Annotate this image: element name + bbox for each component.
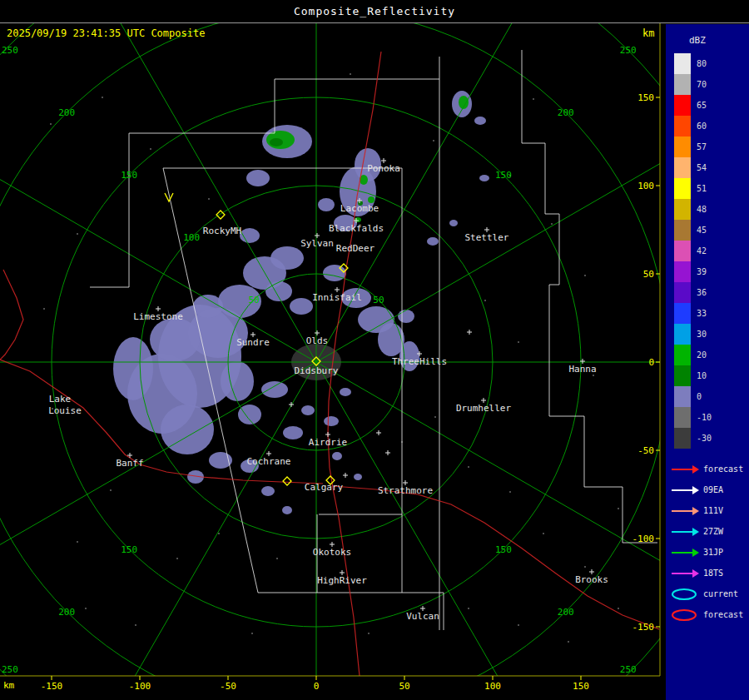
ellipse-outline [672, 589, 696, 599]
city-label: Lacombe [340, 203, 379, 214]
colorbar-value: 0 [697, 392, 702, 401]
colorbar-swatch [674, 407, 691, 428]
radar-echo [150, 318, 200, 361]
colorbar-value: -30 [697, 434, 712, 443]
colorbar-row: 33 [666, 303, 749, 324]
noise-speckle [50, 123, 52, 125]
colorbar-row: 48 [666, 199, 749, 220]
city-label: Banff [116, 458, 143, 469]
town-marker [385, 450, 390, 455]
noise-speckle [518, 341, 519, 343]
arrow-head [692, 465, 699, 474]
boundary-line [522, 50, 657, 543]
colorbar-value: 60 [697, 122, 707, 131]
highway-line [0, 270, 23, 360]
legend-item: 27ZW [666, 521, 749, 542]
arrow-head [692, 549, 699, 557]
range-ring-label: 250 [2, 664, 18, 675]
colorbar-swatch [674, 137, 691, 157]
noise-speckle [509, 491, 511, 493]
city-label: RockyMH [203, 226, 241, 236]
noise-speckle [85, 608, 87, 609]
city-label: HighRiver [317, 575, 367, 586]
colorbar-row: 80 [666, 53, 749, 74]
radar-echo [240, 228, 260, 243]
city-label: Blackfalds [329, 223, 384, 234]
range-ring-label: 200 [558, 107, 574, 118]
colorbar-value: 33 [697, 309, 707, 318]
noise-speckle [77, 541, 78, 543]
noise-speckle [584, 566, 586, 568]
city-label: Ponoka [367, 163, 400, 174]
axis-tick-label: 150 [573, 681, 589, 692]
axis-tick-label: -150 [632, 622, 655, 633]
colorbar-value: 51 [697, 184, 707, 193]
noise-speckle [135, 624, 136, 626]
axis-tick-label: 100 [484, 681, 501, 692]
track-label: 09EA [703, 485, 723, 494]
noise-speckle [568, 641, 569, 643]
noise-speckle [77, 233, 78, 235]
noise-speckle [102, 97, 103, 98]
noise-speckle [208, 198, 210, 200]
colorbar-value: 57 [697, 142, 707, 151]
city-label: Drumheller [456, 403, 512, 414]
colorbar-value: -10 [697, 413, 712, 422]
noise-speckle [618, 608, 619, 609]
radar-map[interactable]: 2502502502502002002002001501501501501005… [0, 23, 666, 700]
axis-tick-label: 0 [648, 357, 654, 368]
legend-item: 31JP [666, 542, 749, 563]
colorbar-value: 10 [697, 371, 707, 380]
radar-echo [238, 405, 261, 424]
noise-speckle [276, 558, 278, 559]
colorbar-row: 57 [666, 137, 749, 157]
noise-speckle [468, 608, 469, 609]
noise-speckle [110, 489, 112, 491]
colorbar-swatch [674, 428, 691, 449]
radar-echo [290, 298, 313, 315]
city-label: Strathmore [378, 485, 433, 496]
radar-site-marker [283, 477, 291, 485]
noise-speckle [543, 533, 544, 534]
city-label: Olds [306, 335, 329, 346]
city-label: Innisfail [312, 292, 362, 303]
timestamp: 2025/09/19 23:41:35 UTC Composite [7, 27, 205, 39]
range-ring-label: 150 [121, 544, 137, 555]
colorbar-row: -10 [666, 407, 749, 428]
range-ring-label: 250 [2, 45, 18, 56]
city-label: Limestone [133, 311, 183, 322]
track-arrow-icon [670, 546, 700, 559]
colorbar-value: 48 [697, 205, 707, 214]
radar-echo [355, 217, 361, 222]
colorbar-swatch [674, 95, 691, 116]
azimuth-line [316, 362, 666, 583]
noise-speckle [551, 223, 553, 225]
city-label: Vulcan [406, 611, 439, 622]
radar-echo [479, 175, 489, 181]
colorbar-value: 36 [697, 288, 707, 297]
track-arrow-icon [670, 504, 700, 518]
range-ring-label: 250 [620, 664, 637, 675]
colorbar-value: 65 [697, 101, 707, 110]
noise-speckle [593, 375, 594, 376]
track-label: 31JP [703, 548, 723, 557]
radar-echo [368, 196, 374, 203]
radar-echo [398, 310, 414, 323]
track-arrow-icon [670, 525, 700, 539]
legend-item: current [666, 583, 749, 604]
range-ring-label: 250 [620, 45, 637, 56]
colorbar-row: 20 [666, 345, 749, 365]
colorbar-row: 30 [666, 324, 749, 345]
radar-echo [193, 295, 223, 318]
radar-echo [301, 405, 315, 415]
colorbar-swatch [674, 241, 691, 261]
city-label: Okotoks [313, 547, 351, 558]
noise-speckle [618, 508, 619, 509]
colorbar-row: 54 [666, 157, 749, 178]
colorbar-swatch [674, 53, 691, 74]
town-marker [376, 430, 381, 435]
city-label: Sundre [236, 337, 270, 348]
colorbar-swatch [674, 261, 691, 282]
colorbar-row: 0 [666, 386, 749, 407]
track-ellipse-icon [670, 588, 700, 601]
